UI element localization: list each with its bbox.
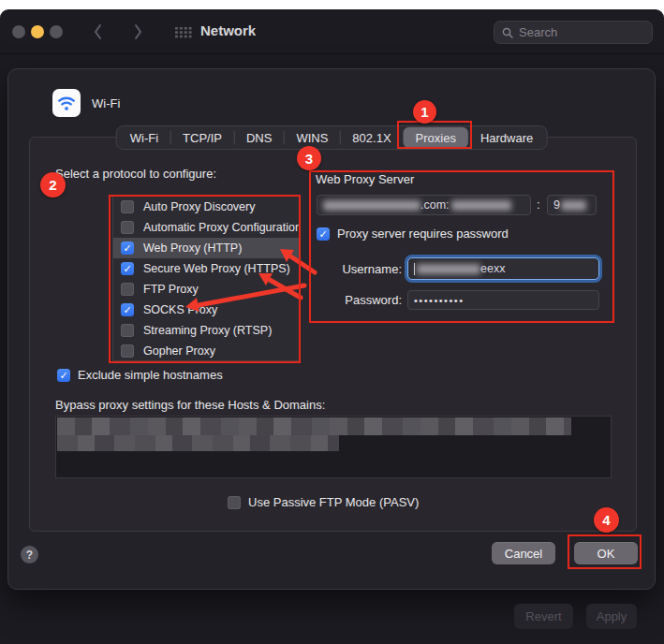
close-traffic-light[interactable] [12, 25, 25, 38]
address-visible-text: .com: [421, 198, 450, 212]
protocol-row[interactable]: Gopher Proxy [113, 341, 299, 361]
titlebar: Network Search [0, 9, 664, 54]
protocol-label: Streaming Proxy (RTSP) [143, 324, 272, 337]
protocol-label: Web Proxy (HTTP) [143, 242, 242, 255]
protocol-list: Auto Proxy Discovery Automatic Proxy Con… [112, 196, 300, 361]
protocol-checkbox[interactable] [121, 324, 134, 337]
requires-password-checkbox[interactable] [317, 227, 330, 241]
minimize-traffic-light[interactable] [31, 25, 44, 38]
tab-tcpip[interactable]: TCP/IP [170, 127, 234, 148]
web-proxy-server-label: Web Proxy Server [316, 172, 414, 186]
protocol-label: FTP Proxy [143, 283, 199, 296]
redacted-hosts-line1 [57, 417, 571, 435]
search-icon [502, 27, 513, 38]
tab-wifi[interactable]: Wi-Fi [118, 127, 170, 148]
text-caret [414, 263, 415, 275]
redacted-username [417, 264, 480, 274]
redacted-address [323, 200, 421, 211]
port-visible-text: 9 [553, 198, 560, 212]
password-dots: •••••••••• [414, 295, 465, 306]
search-input[interactable]: Search [494, 21, 653, 44]
protocol-checkbox[interactable] [121, 200, 134, 213]
tab-wins[interactable]: WINS [284, 127, 340, 148]
protocol-checkbox[interactable] [121, 221, 134, 234]
proxy-port-field[interactable]: 9 [547, 195, 597, 215]
port-separator: : [537, 198, 540, 212]
password-field[interactable]: •••••••••• [407, 290, 599, 310]
wifi-service-icon [52, 89, 81, 117]
tab-hardware[interactable]: Hardware [468, 127, 545, 148]
back-icon[interactable] [92, 22, 105, 42]
protocol-row[interactable]: Automatic Proxy Configuration [113, 217, 299, 238]
protocol-checkbox[interactable] [121, 344, 134, 358]
username-label: Username: [317, 262, 402, 276]
proxies-sheet: Wi-Fi Wi-Fi TCP/IP DNS WINS 802.1X Proxi… [7, 68, 656, 590]
requires-password-label: Proxy server requires password [337, 227, 509, 241]
protocol-checkbox[interactable] [121, 262, 134, 275]
exclude-hostnames-label: Exclude simple hostnames [78, 368, 223, 382]
username-field[interactable]: eexx [407, 257, 599, 280]
protocol-row[interactable]: Streaming Proxy (RTSP) [113, 320, 299, 341]
zoom-traffic-light[interactable] [50, 25, 63, 38]
username-visible-text: eexx [480, 262, 505, 275]
protocol-list-label: Select a protocol to configure: [55, 167, 216, 181]
help-button[interactable]: ? [21, 546, 38, 564]
redacted-port [561, 200, 586, 211]
apply-button[interactable]: Apply [586, 604, 637, 629]
tab-dns[interactable]: DNS [234, 127, 284, 148]
cancel-button[interactable]: Cancel [492, 542, 555, 564]
tab-bar: Wi-Fi TCP/IP DNS WINS 802.1X Proxies Har… [116, 125, 548, 150]
network-window: Network Search Wi-Fi Wi-Fi TCP/IP DNS WI… [0, 9, 664, 644]
bypass-hosts-textarea[interactable] [55, 416, 612, 478]
ok-button[interactable]: OK [574, 542, 638, 564]
redacted-address-tail [451, 200, 511, 211]
proxies-panel: Select a protocol to configure: Auto Pro… [29, 137, 637, 532]
revert-button[interactable]: Revert [514, 604, 573, 629]
window-title: Network [200, 22, 256, 38]
protocol-label: Auto Proxy Discovery [143, 200, 255, 213]
exclude-hostnames-checkbox[interactable] [57, 369, 70, 382]
protocol-label: Secure Web Proxy (HTTPS) [143, 262, 290, 275]
bypass-label: Bypass proxy settings for these Hosts & … [55, 398, 325, 412]
passive-ftp-checkbox[interactable] [228, 496, 241, 509]
protocol-label: SOCKS Proxy [143, 303, 217, 316]
proxy-address-field[interactable]: .com: [317, 195, 531, 215]
password-label: Password: [317, 293, 402, 307]
protocol-row[interactable]: SOCKS Proxy [113, 300, 299, 320]
passive-ftp-row: Use Passive FTP Mode (PASV) [228, 495, 419, 509]
exclude-hostnames-row: Exclude simple hostnames [57, 368, 223, 382]
protocol-label: Gopher Proxy [143, 344, 215, 358]
protocol-row[interactable]: FTP Proxy [113, 279, 299, 300]
protocol-checkbox[interactable] [121, 303, 134, 316]
protocol-label: Automatic Proxy Configuration [143, 221, 300, 234]
service-name: Wi-Fi [92, 96, 120, 110]
search-placeholder: Search [519, 25, 557, 39]
show-all-grid-icon[interactable] [174, 26, 192, 38]
protocol-row[interactable]: Secure Web Proxy (HTTPS) [113, 258, 299, 279]
protocol-row[interactable]: Web Proxy (HTTP) [113, 238, 299, 258]
protocol-row[interactable]: Auto Proxy Discovery [113, 197, 299, 217]
protocol-checkbox[interactable] [121, 283, 134, 296]
redacted-hosts-line2 [57, 435, 339, 451]
tab-8021x[interactable]: 802.1X [340, 127, 403, 148]
tab-proxies[interactable]: Proxies [404, 127, 468, 148]
passive-ftp-label: Use Passive FTP Mode (PASV) [248, 495, 419, 509]
forward-icon[interactable] [131, 22, 144, 42]
requires-password-row: Proxy server requires password [317, 227, 509, 241]
protocol-checkbox[interactable] [121, 242, 134, 255]
